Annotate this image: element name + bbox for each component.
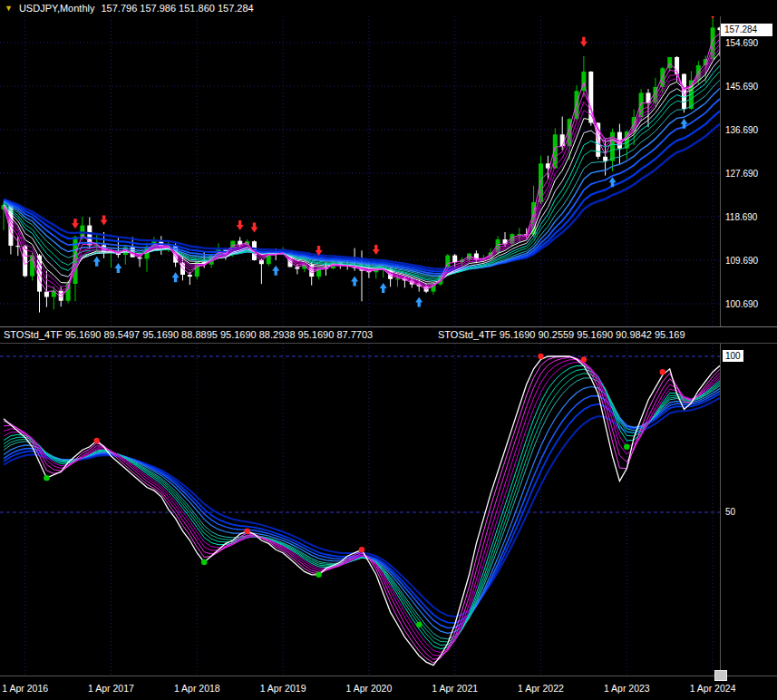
trough-dot bbox=[624, 444, 629, 450]
chart-icon: ▼ bbox=[5, 5, 13, 13]
candle-body bbox=[295, 267, 299, 268]
buy-arrow-icon bbox=[114, 263, 121, 273]
sell-arrow-icon bbox=[72, 219, 79, 228]
trough-dot bbox=[416, 622, 422, 627]
buy-arrow-icon bbox=[351, 277, 358, 287]
stoch-axis-tick: 100 bbox=[723, 350, 743, 362]
trough-dot bbox=[316, 572, 321, 578]
stoch-axis-tick: 50 bbox=[725, 506, 735, 518]
time-axis-label: 1 Apr 2019 bbox=[253, 683, 313, 694]
peak-dot bbox=[660, 369, 665, 374]
price-axis[interactable]: 154.690145.690136.690127.690118.690109.6… bbox=[721, 16, 777, 326]
price-grid bbox=[0, 16, 720, 326]
pivot-dots-layer bbox=[44, 354, 665, 627]
sell-arrow-icon bbox=[580, 37, 588, 47]
price-axis-tick: 118.690 bbox=[725, 211, 757, 223]
indicator-values-bar: STOStd_4TF 95.1690 89.5497 95.1690 88.88… bbox=[0, 326, 777, 344]
candle-body bbox=[610, 132, 615, 161]
price-axis-tick: 100.690 bbox=[725, 298, 758, 310]
peak-dot bbox=[581, 356, 587, 362]
ohlc-values: 157.796 157.986 151.860 157.284 bbox=[101, 3, 253, 14]
mt4-chart-window: ▼ USDJPY,Monthly 157.796 157.986 151.860… bbox=[0, 0, 777, 700]
stochastic-chart[interactable] bbox=[0, 344, 720, 676]
buy-arrow-icon bbox=[172, 272, 180, 282]
candle-body bbox=[452, 256, 457, 262]
candle-body bbox=[188, 275, 192, 277]
time-axis-label: 1 Apr 2018 bbox=[167, 683, 227, 694]
candle-body bbox=[646, 92, 651, 102]
candle-body bbox=[603, 157, 607, 161]
time-axis-label: 1 Apr 2023 bbox=[597, 683, 656, 694]
symbol-timeframe: USDJPY,Monthly bbox=[19, 3, 95, 14]
peak-dot bbox=[244, 528, 249, 533]
time-axis-label: 1 Apr 2024 bbox=[683, 683, 743, 694]
price-axis-tick: 154.690 bbox=[725, 37, 758, 49]
price-axis-tick: 109.690 bbox=[725, 255, 758, 267]
buy-arrow-icon bbox=[272, 266, 279, 276]
sell-arrow-icon bbox=[237, 220, 244, 230]
buy-arrow-icon bbox=[415, 297, 422, 307]
time-axis-label: 1 Apr 2021 bbox=[425, 683, 485, 694]
stoch-axis[interactable]: 10050 bbox=[721, 344, 777, 676]
stoch-grid bbox=[0, 344, 720, 676]
trough-dot bbox=[44, 475, 49, 481]
price-axis-tick: 127.690 bbox=[725, 168, 758, 180]
price-axis-tick: 145.690 bbox=[725, 81, 758, 92]
peak-dot bbox=[359, 547, 364, 552]
price-axis-tick: 136.690 bbox=[725, 124, 758, 136]
sell-arrow-icon bbox=[709, 16, 716, 19]
candle-body bbox=[395, 278, 400, 279]
candle-body bbox=[44, 292, 49, 297]
peak-dot bbox=[94, 438, 100, 443]
sell-arrow-icon bbox=[373, 245, 380, 255]
time-axis-label: 1 Apr 2017 bbox=[82, 683, 141, 694]
candle-body bbox=[560, 134, 565, 146]
stoch-line bbox=[4, 391, 720, 627]
sell-arrow-icon bbox=[251, 223, 258, 233]
stoch-line bbox=[4, 378, 720, 639]
time-axis-label: 1 Apr 2022 bbox=[511, 683, 571, 694]
indicator-label-2: STOStd_4TF 95.1690 90.2559 95.1690 90.98… bbox=[438, 329, 685, 340]
current-price-box: 157.284 bbox=[721, 24, 772, 36]
indicator-label-1: STOStd_4TF 95.1690 89.5497 95.1690 88.88… bbox=[4, 329, 373, 340]
time-axis[interactable]: 1 Apr 20161 Apr 20171 Apr 20181 Apr 2019… bbox=[0, 676, 777, 700]
candle-body bbox=[52, 291, 56, 297]
chart-header: ▼ USDJPY,Monthly 157.796 157.986 151.860… bbox=[0, 0, 777, 16]
buy-arrow-icon bbox=[93, 257, 101, 267]
trough-dot bbox=[201, 559, 207, 565]
price-chart[interactable] bbox=[0, 16, 720, 326]
candle-body bbox=[575, 91, 579, 119]
buy-arrow-icon bbox=[380, 283, 387, 293]
time-axis-label: 1 Apr 2020 bbox=[339, 683, 399, 694]
peak-dot bbox=[538, 354, 543, 359]
sell-arrow-icon bbox=[101, 216, 108, 226]
time-axis-label: 1 Apr 2016 bbox=[0, 683, 55, 694]
subwindow-grip[interactable] bbox=[714, 670, 727, 681]
